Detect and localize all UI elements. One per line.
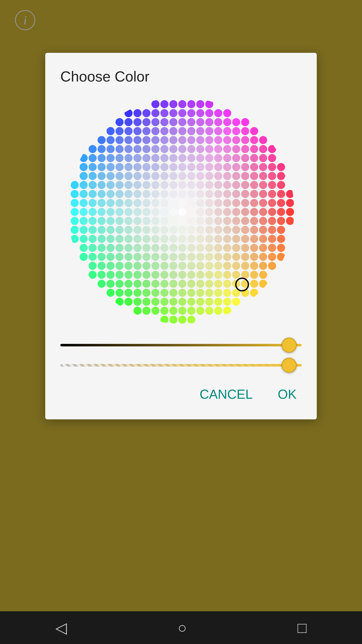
dialog-title: Choose Color <box>60 68 302 85</box>
brightness-slider-thumb[interactable] <box>282 338 297 353</box>
recents-nav-icon[interactable]: □ <box>298 619 307 636</box>
back-nav-icon[interactable]: ◁ <box>55 619 67 636</box>
opacity-slider-wrapper[interactable] <box>60 359 302 372</box>
brightness-slider-row[interactable] <box>60 339 302 351</box>
color-wheel[interactable] <box>68 97 294 324</box>
opacity-slider-row[interactable] <box>60 359 302 372</box>
nav-bar: ◁ ○ □ <box>0 611 362 644</box>
color-picker-dialog: Choose Color CANCEL OK <box>45 53 317 419</box>
info-icon[interactable]: i <box>15 10 35 30</box>
ok-button[interactable]: OK <box>273 384 302 404</box>
home-nav-icon[interactable]: ○ <box>178 619 187 636</box>
color-wheel-container[interactable] <box>60 97 302 324</box>
cancel-button[interactable]: CANCEL <box>195 384 258 404</box>
brightness-slider-wrapper[interactable] <box>60 339 302 351</box>
opacity-slider-thumb[interactable] <box>282 358 297 373</box>
dialog-buttons: CANCEL OK <box>60 384 302 404</box>
top-bar: i <box>15 10 35 30</box>
